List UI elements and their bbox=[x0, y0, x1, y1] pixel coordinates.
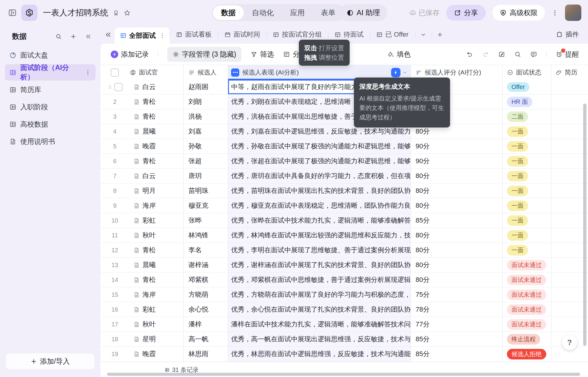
record-file-icon[interactable] bbox=[133, 306, 140, 313]
cell-performance[interactable]: 优秀，苗明珠在面试中展现出扎实的技术背景，良好的团队协… bbox=[228, 184, 411, 198]
sidebar-item[interactable]: 简历库 bbox=[5, 81, 96, 98]
record-file-icon[interactable] bbox=[133, 158, 140, 164]
cell-interviewer[interactable]: 秋叶 bbox=[129, 228, 184, 243]
cell-performance[interactable]: 优秀，孙敬在面试中展现了极强的沟通能力和逻辑思维，能够… bbox=[228, 139, 411, 154]
add-record-button[interactable]: 添加记录 bbox=[111, 50, 149, 59]
column-header-resume[interactable]: 简历 bbox=[551, 65, 588, 80]
cell-status[interactable]: 一面 bbox=[503, 169, 551, 183]
cell-interviewer[interactable]: 秋叶 bbox=[129, 317, 184, 332]
cell-performance[interactable]: 优秀，林鸿锋在面试中展现出较强的逻辑思维和反应能力，技… bbox=[228, 228, 411, 243]
cell-resume[interactable] bbox=[551, 109, 588, 124]
view-list-dropdown[interactable] bbox=[415, 25, 432, 44]
ai-generate-badge[interactable] bbox=[391, 68, 400, 77]
cell-resume[interactable] bbox=[551, 213, 588, 228]
cell-performance[interactable]: 优秀，李明在面试中展现了思维敏捷、善于通过案例分析展现… bbox=[228, 243, 411, 257]
cell-interviewer[interactable]: 晚霞 bbox=[129, 347, 184, 361]
ai-assistant-button[interactable]: AI 助理 bbox=[339, 4, 387, 21]
row-gutter[interactable]: 16 bbox=[100, 302, 129, 317]
row-gutter[interactable]: 18 bbox=[100, 332, 129, 346]
cell-performance[interactable]: 优秀，高一帆在面试中展现出逻辑思维强，反应敏捷，技术与… bbox=[228, 332, 411, 346]
comment-icon[interactable] bbox=[530, 51, 537, 58]
cell-status[interactable]: 二面 bbox=[503, 109, 551, 124]
record-file-icon[interactable] bbox=[133, 173, 140, 179]
cell-score[interactable]: 80分 bbox=[411, 228, 503, 243]
sidebar-item[interactable]: 面试大盘 bbox=[5, 47, 96, 63]
row-gutter[interactable]: 6 bbox=[100, 154, 129, 168]
record-file-icon[interactable] bbox=[133, 336, 140, 342]
fill-color-button[interactable]: 填色 bbox=[387, 50, 411, 59]
table-row[interactable]: 2 青松 刘朗 优秀，刘朗在面试中表现稳定，思维清晰，团 bbox=[100, 94, 588, 109]
cell-resume[interactable] bbox=[551, 273, 588, 287]
table-row[interactable]: 18 星明 高一帆 优秀，高一帆在面试中展现出逻辑思维强，反应敏捷，技 bbox=[100, 332, 588, 347]
cell-status[interactable]: 面试未通过 bbox=[503, 302, 551, 317]
cell-interviewer[interactable]: 青松 bbox=[129, 243, 184, 257]
cell-candidate[interactable]: 张超 bbox=[184, 154, 228, 168]
plugin-button[interactable]: 插件 bbox=[556, 30, 588, 39]
table-row[interactable]: 17 秋叶 潘梓 潘梓在面试中技术能力扎实，逻辑清晰，能够准确解答技术 bbox=[100, 317, 588, 332]
item-more-icon[interactable] bbox=[85, 69, 91, 76]
redo-icon[interactable] bbox=[482, 51, 489, 58]
cell-status[interactable]: HR 面 bbox=[503, 94, 551, 109]
search-icon[interactable] bbox=[55, 33, 62, 40]
cell-candidate[interactable]: 谢梓涵 bbox=[184, 258, 228, 272]
cell-performance[interactable]: 潘梓在面试中技术能力扎实，逻辑清晰，能够准确解答技术问… bbox=[228, 317, 411, 332]
cell-resume[interactable] bbox=[551, 94, 588, 109]
record-file-icon[interactable] bbox=[133, 188, 140, 194]
record-file-icon[interactable] bbox=[133, 292, 140, 298]
cell-interviewer[interactable]: 星明 bbox=[129, 332, 184, 346]
view-tab[interactable]: 面试时间 bbox=[218, 25, 266, 44]
cell-performance[interactable]: 优秀，邓紫棋在面试中思维敏捷，善于通过案例分析展现逻辑… bbox=[228, 273, 411, 287]
cell-performance[interactable]: 优秀，张超在面试中展现了极强的沟通能力和逻辑思维，能够… bbox=[228, 154, 411, 168]
cell-candidate[interactable]: 林思雨 bbox=[184, 347, 228, 361]
row-gutter[interactable]: 7 bbox=[100, 169, 129, 183]
sidebar-item[interactable]: 使用说明书 bbox=[5, 133, 96, 150]
row-gutter[interactable] bbox=[100, 80, 129, 94]
cell-status[interactable]: 一面 bbox=[503, 213, 551, 228]
cell-score[interactable]: 80分 bbox=[411, 258, 503, 272]
table-row[interactable]: 8 明月 苗明珠 优秀，苗明珠在面试中展现出扎实的技术背景，良好的团队 bbox=[100, 184, 588, 198]
cell-candidate[interactable]: 穆亚克 bbox=[184, 198, 228, 213]
cell-score[interactable]: 80分 bbox=[411, 243, 503, 257]
cell-resume[interactable] bbox=[551, 228, 588, 243]
nav-tab[interactable]: 自动化 bbox=[244, 5, 282, 20]
record-file-icon[interactable] bbox=[133, 217, 140, 224]
table-row[interactable]: 5 晚霞 孙敬 优秀，孙敬在面试中展现了极强的沟通能力和逻辑思维，能够 bbox=[100, 139, 588, 154]
drag-handle-icon[interactable] bbox=[107, 84, 113, 90]
help-button[interactable]: ? bbox=[562, 335, 577, 350]
cell-score[interactable]: 77分 bbox=[411, 317, 503, 332]
cell-resume[interactable] bbox=[551, 258, 588, 272]
sidebar-item[interactable]: 高校数据 bbox=[5, 116, 96, 132]
cell-interviewer[interactable]: 晨曦 bbox=[129, 124, 184, 139]
row-gutter[interactable]: 3 bbox=[100, 109, 129, 124]
remind-button[interactable]: 提醒 bbox=[556, 50, 579, 59]
cell-resume[interactable] bbox=[551, 169, 588, 183]
cell-candidate[interactable]: 林鸿锋 bbox=[184, 228, 228, 243]
sidebar-item[interactable]: 面试阶段（AI分析） bbox=[5, 64, 96, 81]
cell-status[interactable]: 面试未通过 bbox=[503, 317, 551, 332]
cell-resume[interactable] bbox=[551, 198, 588, 213]
row-gutter[interactable]: 19 bbox=[100, 347, 129, 361]
cell-candidate[interactable]: 洪杨 bbox=[184, 109, 228, 124]
column-header-candidate[interactable]: 候选人 bbox=[184, 65, 228, 80]
cell-interviewer[interactable]: 彩虹 bbox=[129, 213, 184, 228]
cell-resume[interactable] bbox=[551, 80, 588, 94]
record-file-icon[interactable] bbox=[133, 99, 140, 105]
row-gutter[interactable]: 2 bbox=[100, 94, 129, 109]
cell-interviewer[interactable]: 明月 bbox=[129, 184, 184, 198]
cell-status[interactable]: 一面 bbox=[503, 243, 551, 257]
table-row[interactable]: 13 晨曦 谢梓涵 优秀，谢梓涵在面试中展现了扎实的技术背景、良好的团 bbox=[100, 258, 588, 273]
record-file-icon[interactable] bbox=[133, 277, 140, 283]
cell-performance[interactable]: 优秀，方晓萌在面试中展现了良好的学习能力与积极的态度，… bbox=[228, 287, 411, 302]
cell-interviewer[interactable]: 晚霞 bbox=[129, 139, 184, 154]
cell-status[interactable]: 一面 bbox=[503, 184, 551, 198]
cell-interviewer[interactable]: 白云 bbox=[129, 80, 184, 94]
record-file-icon[interactable] bbox=[133, 351, 140, 357]
row-gutter[interactable]: 9 bbox=[100, 198, 129, 213]
edit-record-icon[interactable] bbox=[498, 51, 505, 58]
cell-interviewer[interactable]: 海岸 bbox=[129, 198, 184, 213]
cell-score[interactable]: 75分 bbox=[411, 287, 503, 302]
cell-candidate[interactable]: 张晔 bbox=[184, 213, 228, 228]
table-row[interactable]: 11 秋叶 林鸿锋 优秀，林鸿锋在面试中展现出较强的逻辑思维和反应能力 bbox=[100, 228, 588, 243]
panel-toggle-icon[interactable] bbox=[8, 8, 17, 17]
app-logo[interactable] bbox=[21, 5, 38, 21]
